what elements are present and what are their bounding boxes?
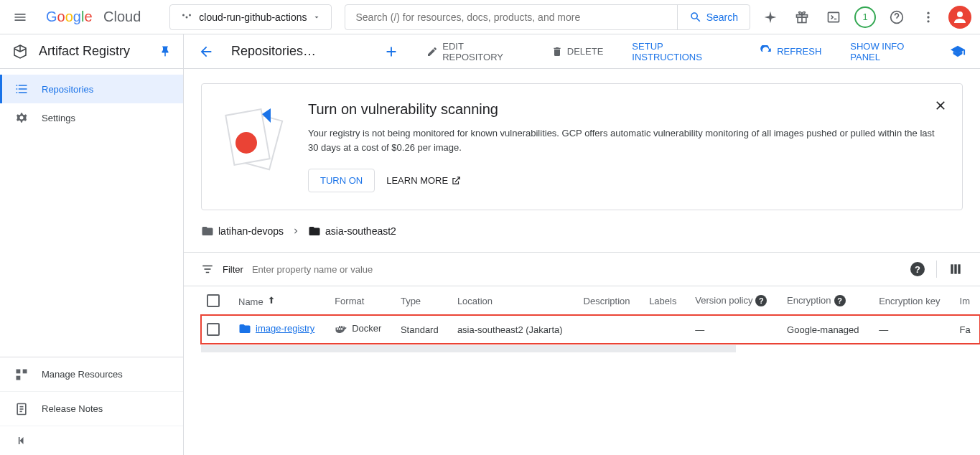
filter-help-icon[interactable]: ? [910, 262, 925, 276]
svg-point-23 [235, 132, 257, 154]
page-title: Repositories for… [231, 44, 317, 59]
table-row[interactable]: image-registry Docker Standard asia-sou [201, 315, 980, 344]
col-format[interactable]: Format [326, 286, 392, 315]
svg-rect-13 [17, 369, 21, 373]
main-content: Repositories for… EDIT REPOSITORY DELETE… [184, 34, 980, 455]
help-icon[interactable]: ? [834, 295, 846, 306]
col-version-policy[interactable]: Version policy? [686, 286, 778, 315]
col-encryption[interactable]: Encryption? [778, 286, 870, 315]
columns-icon[interactable] [948, 262, 963, 276]
turn-on-button[interactable]: TURN ON [308, 169, 375, 192]
chevron-right-icon [291, 226, 301, 236]
svg-point-3 [189, 14, 191, 16]
learn-icon[interactable] [950, 44, 966, 60]
refresh-button[interactable]: REFRESH [754, 41, 827, 62]
vulnerability-banner: Turn on vulnerability scanning Your regi… [201, 83, 963, 210]
logo-suffix: Cloud [103, 9, 141, 25]
svg-rect-20 [19, 437, 20, 444]
filter-icon [201, 263, 214, 276]
learn-more-button[interactable]: LEARN MORE [386, 175, 461, 186]
horizontal-scrollbar[interactable] [201, 345, 736, 352]
dropdown-icon [312, 13, 321, 22]
nav-repositories[interactable]: Repositories [0, 75, 183, 103]
trash-icon [551, 46, 563, 57]
svg-rect-25 [954, 264, 956, 273]
cell-format: Docker [326, 315, 392, 344]
sort-asc-icon [266, 295, 276, 305]
help-icon[interactable]: ? [755, 295, 767, 306]
project-selector[interactable]: cloud-run-github-actions [169, 4, 332, 30]
gemini-icon[interactable] [756, 3, 785, 32]
plus-icon [383, 44, 399, 60]
col-location[interactable]: Location [449, 286, 575, 315]
svg-point-11 [927, 20, 929, 22]
collapse-sidebar[interactable] [0, 426, 183, 455]
action-bar: Repositories for… EDIT REPOSITORY DELETE… [184, 34, 980, 69]
svg-rect-26 [958, 264, 960, 273]
more-icon[interactable] [914, 3, 943, 32]
cell-version-policy: — [686, 315, 778, 344]
show-info-button[interactable]: SHOW INFO PANEL [844, 37, 933, 67]
repositories-table: Name Format Type Location Description La… [184, 286, 980, 352]
repo-link[interactable]: image-registry [238, 322, 314, 335]
product-title: Artifact Registry [39, 44, 149, 59]
list-icon [14, 82, 29, 96]
col-name[interactable]: Name [230, 286, 326, 315]
avatar[interactable] [946, 3, 974, 32]
col-labels[interactable]: Labels [640, 286, 686, 315]
trial-badge[interactable]: 1 [851, 3, 879, 32]
sidebar-footer: Manage Resources Release Notes [0, 357, 183, 455]
menu-icon[interactable] [6, 3, 34, 32]
col-type[interactable]: Type [392, 286, 449, 315]
svg-text:Google: Google [46, 9, 93, 24]
pin-icon[interactable] [159, 45, 172, 58]
svg-rect-15 [17, 375, 21, 380]
col-encryption-key[interactable]: Encryption key [870, 286, 951, 315]
folder-icon [308, 225, 321, 238]
cloud-shell-icon[interactable] [819, 3, 848, 32]
col-description[interactable]: Description [575, 286, 641, 315]
back-arrow-icon[interactable] [198, 44, 214, 60]
help-icon[interactable] [882, 3, 911, 32]
delete-button[interactable]: DELETE [546, 42, 610, 62]
edit-button[interactable]: EDIT REPOSITORY [421, 37, 528, 67]
search-container: Search [345, 4, 750, 30]
table-header-row: Name Format Type Location Description La… [201, 286, 980, 315]
banner-illustration [219, 101, 291, 187]
search-icon [689, 11, 702, 24]
filter-bar: Filter ? [184, 252, 980, 286]
banner-text: Your registry is not being monitored for… [308, 126, 945, 154]
search-button[interactable]: Search [677, 5, 750, 29]
cell-immutable: Fa [951, 315, 980, 344]
gift-icon[interactable] [788, 3, 816, 32]
svg-rect-24 [951, 264, 953, 273]
nav-settings[interactable]: Settings [0, 103, 183, 132]
sidebar-nav: Repositories Settings [0, 69, 183, 357]
setup-button[interactable]: SETUP INSTRUCTIONS [626, 37, 737, 67]
cell-encryption-key: — [870, 315, 951, 344]
pencil-icon [426, 46, 438, 57]
select-all-checkbox[interactable] [207, 294, 220, 307]
artifact-registry-icon [11, 43, 29, 60]
svg-point-12 [957, 11, 963, 17]
sidebar: Artifact Registry Repositories Settings … [0, 34, 184, 455]
svg-point-1 [186, 16, 188, 18]
filter-input[interactable] [252, 264, 899, 275]
row-checkbox[interactable] [207, 323, 220, 336]
breadcrumb-region[interactable]: asia-southeast2 [308, 225, 396, 238]
create-button[interactable] [379, 39, 403, 64]
svg-point-9 [927, 11, 929, 14]
filter-label: Filter [223, 264, 243, 275]
gear-icon [14, 111, 29, 125]
release-notes[interactable]: Release Notes [0, 392, 183, 426]
project-name: cloud-run-github-actions [199, 11, 307, 23]
manage-resources[interactable]: Manage Resources [0, 357, 183, 392]
google-cloud-logo[interactable]: Google Cloud [40, 9, 146, 26]
docker-icon [335, 322, 347, 335]
breadcrumb-project[interactable]: latihan-devops [201, 225, 284, 238]
svg-rect-14 [23, 369, 27, 373]
col-immutable[interactable]: Im [951, 286, 980, 315]
close-icon[interactable] [933, 98, 948, 113]
search-input[interactable] [345, 11, 676, 23]
chevron-left-icon [14, 433, 29, 448]
